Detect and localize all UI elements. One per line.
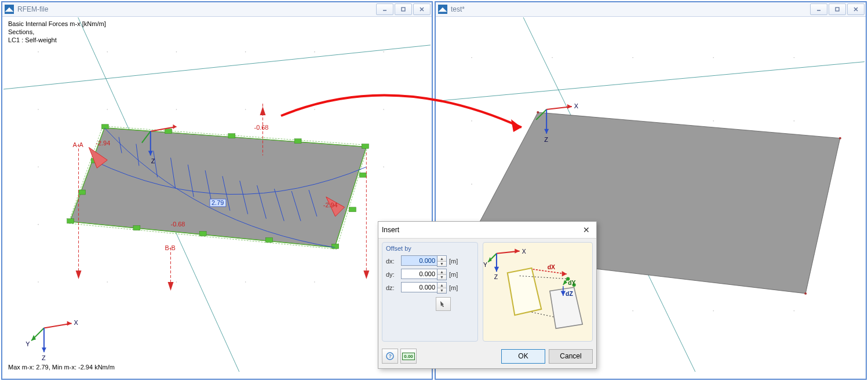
svg-rect-40 (294, 139, 301, 144)
dx-spin-up[interactable]: ▲ (437, 256, 446, 261)
svg-point-10 (38, 109, 39, 110)
svg-point-124 (794, 310, 795, 312)
dx-spin-down[interactable]: ▼ (437, 261, 446, 267)
svg-rect-39 (228, 134, 235, 138)
svg-text:dZ: dZ (566, 291, 573, 297)
minimize-button[interactable] (376, 3, 393, 15)
svg-point-14 (314, 109, 315, 110)
svg-marker-146 (494, 267, 499, 272)
svg-point-127 (537, 111, 539, 113)
svg-point-4 (38, 52, 39, 53)
svg-point-31 (245, 281, 246, 283)
svg-point-12 (176, 109, 177, 110)
svg-point-109 (794, 120, 795, 122)
svg-text:X: X (522, 248, 526, 255)
svg-marker-69 (363, 270, 369, 279)
dy-row: dy: ▲ ▼ [m] (386, 269, 474, 280)
dx-row: dx: ▲ ▼ [m] (386, 255, 474, 267)
insert-dialog: Insert ✕ Offset by dx: ▲ ▼ [m] dy: (378, 221, 597, 369)
dy-input[interactable] (401, 269, 437, 279)
dz-spin-up[interactable]: ▲ (437, 283, 446, 288)
window-controls (809, 3, 866, 15)
dy-unit: [m] (449, 271, 458, 278)
dz-input[interactable] (401, 282, 437, 292)
svg-text:dX: dX (548, 264, 555, 270)
svg-marker-91 (31, 335, 36, 340)
svg-point-11 (107, 109, 108, 110)
svg-point-110 (471, 184, 472, 185)
svg-rect-41 (362, 144, 369, 149)
svg-point-129 (804, 292, 807, 295)
left-model-window: ◢◣ RFEM-file (1, 1, 433, 380)
window-controls (375, 3, 432, 15)
svg-point-16 (38, 167, 39, 168)
dz-spin-down[interactable]: ▼ (437, 288, 446, 294)
svg-marker-158 (563, 280, 567, 285)
dialog-title: Insert (382, 226, 399, 234)
left-viewport-canvas[interactable]: -2.94 -2.94 -0.68 -0.68 2.79 A-A B-B Z (3, 17, 431, 372)
svg-text:X: X (74, 319, 79, 326)
dx-unit: [m] (449, 258, 458, 265)
svg-rect-38 (165, 129, 172, 134)
svg-text:-2.94: -2.94 (96, 140, 110, 146)
maximize-button[interactable] (829, 3, 846, 15)
svg-point-13 (245, 109, 246, 110)
svg-marker-68 (76, 270, 82, 279)
svg-marker-148 (508, 268, 541, 315)
svg-point-28 (38, 281, 39, 283)
close-button[interactable] (847, 3, 865, 15)
help-button[interactable]: ? (382, 349, 398, 364)
ok-button[interactable]: OK (501, 349, 545, 364)
svg-point-5 (107, 52, 108, 53)
svg-text:-0.68: -0.68 (171, 221, 185, 228)
svg-line-34 (3, 41, 431, 92)
svg-point-6 (176, 52, 177, 53)
dialog-titlebar[interactable]: Insert ✕ (378, 222, 596, 239)
cancel-button[interactable]: Cancel (549, 349, 593, 364)
svg-point-100 (471, 57, 472, 58)
dx-label: dx: (386, 258, 400, 265)
svg-point-22 (38, 224, 39, 225)
maximize-button[interactable] (395, 3, 412, 15)
pick-point-button[interactable] (436, 297, 451, 311)
svg-marker-67 (260, 107, 266, 115)
left-window-titlebar[interactable]: ◢◣ RFEM-file (2, 2, 432, 17)
dx-input[interactable] (401, 255, 437, 266)
defaults-button[interactable]: 0.00 (400, 349, 417, 364)
svg-point-108 (713, 120, 714, 122)
right-window-titlebar[interactable]: ◢◣ test* (436, 2, 866, 17)
svg-marker-82 (173, 124, 176, 129)
svg-text:B-B: B-B (165, 244, 176, 251)
left-viewport[interactable]: -2.94 -2.94 -0.68 -0.68 2.79 A-A B-B Z (3, 17, 431, 372)
svg-marker-155 (562, 271, 567, 276)
dy-label: dy: (386, 271, 400, 278)
dy-spin-down[interactable]: ▼ (437, 274, 446, 280)
svg-line-125 (437, 58, 865, 104)
svg-point-30 (176, 281, 177, 283)
dy-spin-up[interactable]: ▲ (437, 269, 446, 274)
offset-group: Offset by dx: ▲ ▼ [m] dy: ▲ (382, 242, 478, 342)
svg-rect-47 (133, 226, 140, 230)
svg-text:Z: Z (151, 157, 155, 164)
slab-surface[interactable] (70, 128, 367, 248)
svg-point-32 (314, 281, 315, 283)
svg-point-15 (383, 109, 384, 110)
svg-point-122 (632, 310, 633, 312)
svg-text:?: ? (389, 353, 392, 359)
svg-point-128 (839, 137, 841, 140)
svg-point-29 (107, 281, 108, 283)
svg-text:Y: Y (483, 262, 487, 268)
app-icon: ◢◣ (438, 5, 447, 14)
svg-rect-97 (836, 8, 839, 11)
svg-text:-0.68: -0.68 (254, 124, 269, 131)
svg-rect-49 (79, 190, 86, 195)
svg-point-105 (471, 120, 472, 122)
svg-point-101 (552, 57, 553, 58)
svg-text:A-A: A-A (73, 141, 84, 148)
svg-marker-140 (515, 248, 519, 253)
svg-point-8 (314, 52, 315, 53)
close-button[interactable] (413, 3, 431, 15)
minimize-button[interactable] (810, 3, 827, 15)
dialog-close-button[interactable]: ✕ (580, 224, 593, 236)
offset-group-title: Offset by (386, 245, 474, 252)
